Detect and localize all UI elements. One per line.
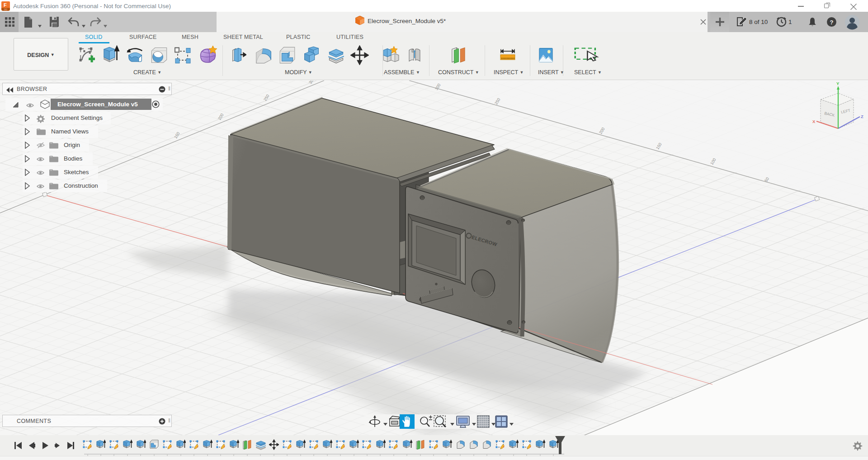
svg-text:Z: Z (861, 114, 863, 119)
svg-text:360: 360 (4, 9, 8, 11)
svg-text:F: F (4, 2, 7, 8)
svg-text:X: X (812, 119, 816, 124)
svg-text:Y: Y (836, 81, 840, 86)
svg-text:?: ? (830, 19, 834, 26)
